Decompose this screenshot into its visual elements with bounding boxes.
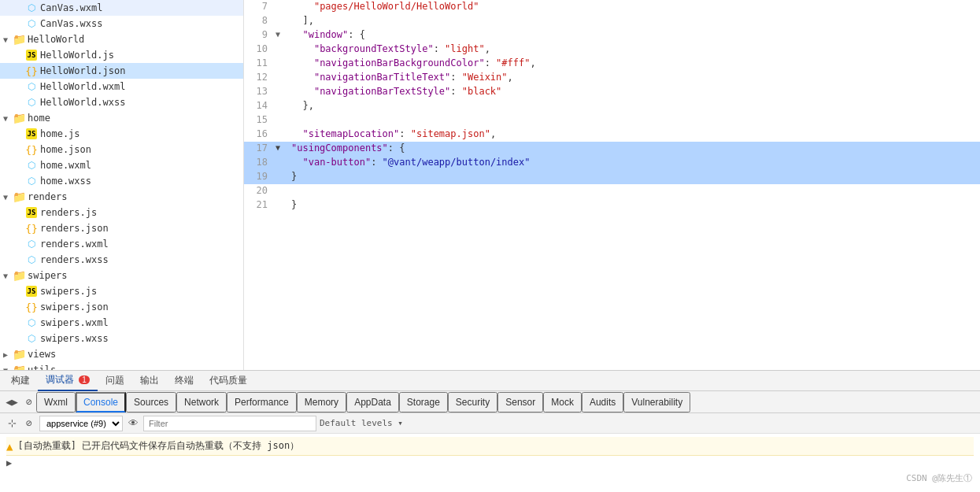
code-line-21: 21 } — [244, 198, 980, 213]
wxss-file-icon: ⬡ — [25, 253, 38, 266]
cancel-icon[interactable]: ⊘ — [22, 395, 36, 409]
devtools-tab-mock[interactable]: Mock — [543, 392, 582, 412]
devtools-tab-console[interactable]: Console — [76, 392, 126, 412]
code-line-12: 12 "navigationBarTitleText": "Weixin", — [244, 71, 980, 85]
sidebar-item-home-json[interactable]: {} home.json — [0, 142, 243, 157]
tab-build[interactable]: 构建 — [3, 371, 38, 390]
devtools-tab-vulnerability[interactable]: Vulnerability — [623, 392, 690, 412]
sidebar-label: HelloWorld.js — [40, 50, 114, 61]
sidebar-item-utils-folder[interactable]: 📁 utils — [0, 362, 243, 370]
console-toolbar: ⊹ ⊘ appservice (#9) 👁 Default levels ▾ — [0, 413, 980, 434]
sidebar-item-renders-wxml[interactable]: ⬡ renders.wxml — [0, 236, 243, 252]
tab-debugger[interactable]: 调试器 1 — [38, 370, 98, 391]
wxml-file-icon: ⬡ — [25, 80, 38, 93]
code-line-15: 15 — [244, 113, 980, 128]
sidebar-item-canvas-wxss[interactable]: ⬡ CanVas.wxss — [0, 16, 243, 31]
json-file-icon: {} — [25, 301, 38, 313]
sidebar-item-renders-wxss[interactable]: ⬡ renders.wxss — [0, 252, 243, 268]
devtools-tab-wxml[interactable]: Wxml — [36, 392, 76, 412]
devtools-tab-appdata[interactable]: AppData — [346, 392, 399, 412]
wxml-file-icon: ⬡ — [25, 159, 38, 172]
sidebar-item-home-wxss[interactable]: ⬡ home.wxss — [0, 173, 243, 189]
line-number: 15 — [244, 113, 276, 128]
devtools-tab-memory[interactable]: Memory — [297, 392, 346, 412]
wxml-file-icon: ⬡ — [25, 238, 38, 250]
line-arrow — [276, 128, 288, 142]
sidebar-item-helloworld-json[interactable]: {} HelloWorld.json — [0, 63, 243, 79]
tab-terminal[interactable]: 终端 — [167, 371, 202, 390]
sidebar-item-views-folder[interactable]: 📁 views — [0, 346, 243, 362]
warning-text: [自动热重载] 已开启代码文件保存后自动热重载（不支持 json） — [17, 439, 299, 453]
code-line-7: 7 "pages/HelloWorld/HelloWorld" — [244, 0, 980, 14]
code-line-20: 20 — [244, 184, 980, 198]
sidebar-item-swipers-js[interactable]: JS swipers.js — [0, 283, 243, 299]
sidebar-item-home-folder[interactable]: 📁 home — [0, 110, 243, 126]
sidebar-item-home-wxml[interactable]: ⬡ home.wxml — [0, 157, 243, 173]
eye-icon[interactable]: 👁 — [126, 416, 140, 431]
folder-icon: 📁 — [13, 269, 25, 282]
sidebar-item-helloworld-wxml[interactable]: ⬡ HelloWorld.wxml — [0, 79, 243, 94]
devtools-tab-sources[interactable]: Sources — [126, 392, 176, 412]
console-expand-arrow[interactable]: ▶ — [6, 456, 974, 470]
line-number: 19 — [244, 170, 276, 184]
sidebar-item-home-js[interactable]: JS home.js — [0, 126, 243, 142]
sidebar-item-swipers-json[interactable]: {} swipers.json — [0, 299, 243, 315]
code-editor[interactable]: 7 "pages/HelloWorld/HelloWorld" 8 ], 9 ▼… — [244, 0, 980, 370]
sidebar-label: swipers.wxml — [40, 317, 109, 328]
sidebar-label: CanVas.wxss — [40, 18, 102, 29]
folder-icon: 📁 — [13, 348, 25, 361]
devtools-tab-sensor[interactable]: Sensor — [497, 392, 543, 412]
devtools-tab-performance[interactable]: Performance — [227, 392, 297, 412]
line-number: 17 — [244, 142, 276, 156]
line-arrow — [276, 43, 288, 57]
json-file-icon: {} — [25, 65, 38, 77]
line-arrow — [276, 198, 288, 213]
panel-tabs-bar: 构建 调试器 1 问题 输出 终端 代码质量 — [0, 371, 980, 391]
sidebar-item-renders-folder[interactable]: 📁 renders — [0, 189, 243, 205]
sidebar-item-helloworld-js[interactable]: JS HelloWorld.js — [0, 47, 243, 63]
line-content: "pages/HelloWorld/HelloWorld" — [288, 0, 980, 14]
sidebar-item-swipers-wxml[interactable]: ⬡ swipers.wxml — [0, 315, 243, 331]
sidebar-label: home.json — [40, 144, 91, 155]
line-number: 8 — [244, 14, 276, 28]
sidebar-label: views — [28, 349, 56, 360]
sidebar-item-swipers-wxss[interactable]: ⬡ swipers.wxss — [0, 331, 243, 346]
line-number: 20 — [244, 184, 276, 198]
warning-icon: ▲ — [6, 440, 13, 453]
back-forward-icon[interactable]: ◀▶ — [5, 395, 19, 409]
line-number: 21 — [244, 198, 276, 213]
sidebar-item-helloworld-wxss[interactable]: ⬡ HelloWorld.wxss — [0, 94, 243, 110]
tab-issues[interactable]: 问题 — [98, 371, 132, 390]
line-arrow — [276, 71, 288, 85]
line-content: } — [288, 170, 980, 184]
console-content: ▲ [自动热重载] 已开启代码文件保存后自动热重载（不支持 json） ▶ — [0, 434, 980, 492]
cursor-icon[interactable]: ⊹ — [5, 416, 19, 431]
context-selector[interactable]: appservice (#9) — [39, 416, 123, 431]
devtools-tab-security[interactable]: Security — [448, 392, 497, 412]
console-warning-message: ▲ [自动热重载] 已开启代码文件保存后自动热重载（不支持 json） — [6, 437, 974, 456]
line-content: } — [288, 198, 980, 213]
sidebar-item-renders-js[interactable]: JS renders.js — [0, 205, 243, 220]
default-levels-label[interactable]: Default levels ▾ — [320, 418, 403, 428]
sidebar-label: renders.wxss — [40, 254, 109, 265]
tab-output[interactable]: 输出 — [132, 371, 167, 390]
wxml-icon: ⬡ — [25, 2, 38, 14]
devtools-tab-audits[interactable]: Audits — [582, 392, 623, 412]
tab-codequality[interactable]: 代码质量 — [202, 371, 255, 390]
watermark: CSDN @陈先生① — [906, 472, 972, 484]
sidebar-item-renders-json[interactable]: {} renders.json — [0, 220, 243, 236]
sidebar-item-swipers-folder[interactable]: 📁 swipers — [0, 268, 243, 283]
line-content: "backgroundTextStyle": "light", — [288, 43, 980, 57]
devtools-tab-network[interactable]: Network — [176, 392, 227, 412]
devtools-tab-storage[interactable]: Storage — [399, 392, 448, 412]
sidebar-item-helloworld-folder[interactable]: 📁 HelloWorld — [0, 31, 243, 47]
js-file-icon: JS — [25, 285, 38, 298]
sidebar-item-canvas-wxml[interactable]: ⬡ CanVas.wxml — [0, 0, 243, 16]
wxss-file-icon: ⬡ — [25, 175, 38, 187]
sidebar-label: utils — [28, 364, 56, 370]
filter-input[interactable] — [143, 416, 316, 431]
sidebar-label: swipers.wxss — [40, 333, 109, 344]
line-content: }, — [288, 99, 980, 113]
ban-icon[interactable]: ⊘ — [22, 416, 36, 431]
code-line-18: 18 "van-button": "@vant/weapp/button/ind… — [244, 156, 980, 170]
